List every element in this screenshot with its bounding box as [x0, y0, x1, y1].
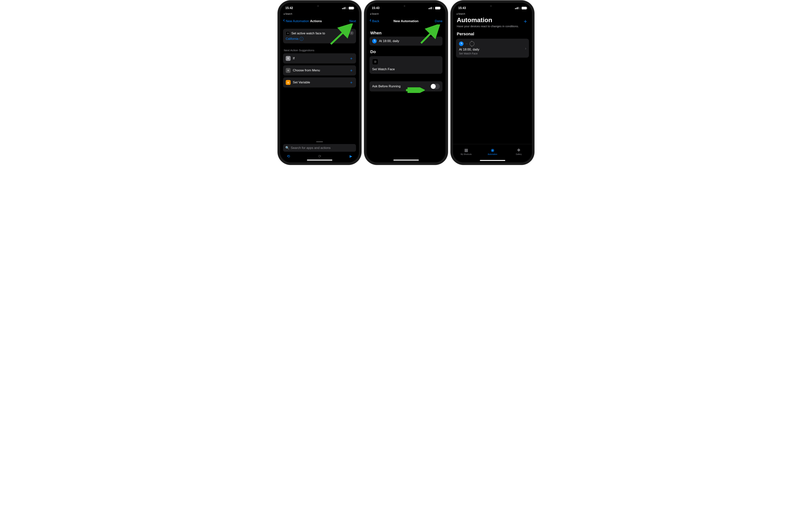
back-button[interactable]: New Automation [283, 19, 309, 23]
add-icon[interactable]: ＋ [349, 68, 353, 73]
suggestion-menu[interactable]: ≡ Choose from Menu ＋ [283, 65, 356, 75]
status-icons: 􀙇 [515, 7, 527, 10]
status-icons: 􀙇 [428, 7, 440, 10]
search-icon: 🔍 [285, 146, 289, 150]
watch-face-value[interactable]: California › [286, 37, 353, 41]
next-button[interactable]: Next [349, 19, 356, 23]
toggle-label: Ask Before Running [372, 84, 401, 88]
menu-icon: ≡ [286, 68, 291, 73]
automation-title: At 18:00, daily [459, 48, 526, 51]
when-row[interactable]: At 18:00, daily [369, 37, 443, 46]
signal-icon [342, 7, 346, 9]
phone-1-frame: 15:42 􀙇 ◂ Search New Automation Actions … [280, 3, 359, 162]
suggestion-if[interactable]: Y If ＋ [283, 53, 356, 63]
ask-before-running-row: Ask Before Running [369, 81, 443, 92]
variable-icon: x [286, 80, 291, 85]
stack-icon: ❖ [517, 148, 521, 153]
clock-check-icon: ◉ [491, 148, 494, 153]
bottom-sheet: 🔍 Search for apps and actions ⟲ ⟳ ▶ [280, 140, 359, 162]
phone-3-frame: 15:43 􀙇 ◂ Search ＋ Automation Have your … [453, 3, 532, 162]
notch [391, 3, 421, 9]
nav-bar: New Automation Actions Next [280, 15, 359, 27]
tab-automation[interactable]: ◉ Automation [479, 144, 506, 159]
tab-bar: ▦ My Shortcuts ◉ Automation ❖ Gallery [453, 144, 532, 159]
action-text: Set active watch face to [291, 32, 325, 35]
suggestion-label: Set Variable [293, 80, 310, 84]
notch [477, 3, 508, 9]
signal-icon [515, 7, 518, 9]
notch [305, 3, 335, 9]
remove-action-button[interactable]: ✕ [350, 31, 354, 35]
back-caret-icon: ◂ [284, 13, 285, 15]
phone-2-frame: 15:43 􀙇 ◂ Search Back New Automation Don… [366, 3, 446, 162]
sheet-grabber[interactable] [316, 142, 323, 142]
if-icon: Y [286, 56, 291, 61]
watch-app-icon: ⌚︎ [286, 32, 290, 36]
breadcrumb[interactable]: ◂ Search [366, 13, 446, 15]
automation-card[interactable]: → At 18:00, daily Set Watch Face › [456, 39, 529, 58]
battery-icon [349, 7, 354, 9]
grid-icon: ▦ [464, 148, 468, 153]
done-button[interactable]: Done [435, 19, 443, 23]
chevron-left-icon [369, 19, 372, 23]
nav-title: Actions [310, 19, 322, 23]
suggestions-label: Next Action Suggestions [284, 49, 355, 52]
add-automation-button[interactable]: ＋ [522, 17, 528, 25]
chevron-right-icon: › [525, 46, 526, 50]
personal-heading: Personal [453, 28, 532, 38]
clock-icon [372, 39, 377, 43]
do-heading: Do [370, 49, 442, 54]
battery-icon [435, 7, 440, 9]
signal-icon [428, 7, 432, 9]
nav-bar: Back New Automation Done [366, 15, 446, 27]
status-time: 15:43 [458, 6, 466, 10]
status-time: 15:43 [372, 6, 379, 10]
suggestion-variable[interactable]: x Set Variable ＋ [283, 77, 356, 88]
home-indicator[interactable] [307, 160, 332, 161]
wifi-icon: 􀙇 [433, 7, 434, 10]
back-button[interactable]: Back [369, 19, 379, 23]
breadcrumb[interactable]: ◂ Search [280, 13, 359, 15]
search-input[interactable]: 🔍 Search for apps and actions [283, 144, 356, 152]
suggestion-label: Choose from Menu [293, 68, 320, 72]
ask-before-running-toggle[interactable] [430, 83, 440, 89]
tab-gallery[interactable]: ❖ Gallery [506, 144, 532, 159]
undo-button[interactable]: ⟲ [287, 154, 290, 159]
redo-button: ⟳ [318, 154, 321, 159]
status-icons: 􀙇 [342, 7, 354, 10]
add-icon[interactable]: ＋ [349, 56, 353, 61]
wifi-icon: 􀙇 [519, 7, 520, 10]
chevron-left-icon [283, 19, 285, 23]
arrow-right-icon: → [465, 42, 468, 46]
page-title: Automation [453, 16, 532, 24]
wifi-icon: 􀙇 [347, 7, 348, 10]
chevron-right-circle-icon: › [300, 37, 303, 41]
when-text: At 18:00, daily [379, 39, 399, 43]
tab-my-shortcuts[interactable]: ▦ My Shortcuts [453, 144, 479, 159]
watch-icon [469, 41, 474, 46]
automation-subtitle: Set Watch Face [459, 52, 526, 55]
watch-app-icon: ⌚︎ [372, 59, 378, 65]
run-button[interactable]: ▶ [350, 154, 352, 158]
add-icon[interactable]: ＋ [349, 79, 353, 85]
battery-icon [522, 7, 527, 9]
suggestion-label: If [293, 57, 295, 60]
clock-icon [459, 42, 463, 46]
status-time: 15:42 [285, 6, 293, 10]
home-indicator[interactable] [480, 160, 505, 161]
do-card[interactable]: ⌚︎ Set Watch Face [369, 56, 443, 74]
do-text: Set Watch Face [372, 67, 440, 71]
back-caret-icon: ◂ [370, 13, 371, 15]
breadcrumb[interactable]: ◂ Search [453, 13, 532, 15]
page-subtitle: Have your devices react to changes in co… [453, 24, 532, 28]
action-card[interactable]: ✕ ⌚︎ Set active watch face to California… [283, 29, 356, 43]
when-heading: When [370, 31, 442, 36]
back-caret-icon: ◂ [456, 13, 457, 15]
home-indicator[interactable] [393, 160, 419, 161]
